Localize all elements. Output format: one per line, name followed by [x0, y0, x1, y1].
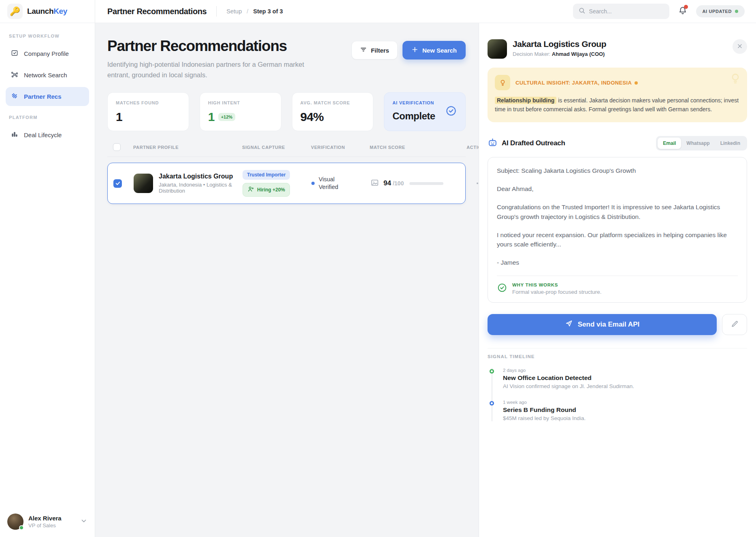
timeline-time: 2 days ago	[503, 368, 747, 373]
insight-body: Relationship building is essential. Jaka…	[495, 96, 740, 114]
topbar: Partner Recommendations Setup / Step 3 o…	[95, 0, 756, 23]
table-row[interactable]: Jakarta Logistics Group Jakarta, Indones…	[107, 163, 466, 204]
green-status-dot	[735, 10, 738, 13]
nav-section-setup-workflow: SETUP WORKFLOW	[6, 34, 89, 38]
chevron-down-icon	[80, 517, 87, 526]
stat-card-matches-found: MATCHES FOUND 1	[107, 92, 189, 131]
email-subject: Subject: Scaling Jakarta Logistics Group…	[497, 166, 738, 175]
pencil-icon	[731, 320, 739, 329]
panel-company-name: Jakarta Logistics Group	[513, 39, 606, 49]
stat-value: 1	[208, 110, 215, 124]
stat-value: 94%	[300, 110, 365, 124]
avatar	[7, 514, 23, 530]
why-this-works: WHY THIS WORKS Formal value-prop focused…	[497, 276, 738, 295]
search-icon	[578, 7, 586, 16]
nav-section-platform: PLATFORM	[6, 115, 89, 120]
sidebar-item-company-profile[interactable]: Company Profile	[6, 44, 89, 63]
why-body: Formal value-prop focused structure.	[512, 289, 602, 295]
stat-card-high-intent: HIGH INTENT 1 +12%	[200, 92, 281, 131]
sidebar-item-deal-lifecycle[interactable]: Deal Lifecycle	[6, 125, 89, 144]
insight-title: CULTURAL INSIGHT: JAKARTA, INDONESIA	[515, 80, 638, 86]
cultural-insight-card: CULTURAL INSIGHT: JAKARTA, INDONESIA Rel…	[488, 68, 747, 122]
sidebar-item-partner-recs[interactable]: Partner Recs	[6, 87, 89, 106]
timeline-item: 2 days ago New Office Location Detected …	[503, 368, 747, 400]
key-logo-icon: 🔑	[7, 4, 23, 19]
decision-maker-name: Ahmad Wijaya (COO)	[552, 51, 605, 57]
timeline-event-title: New Office Location Detected	[503, 374, 747, 382]
send-icon	[565, 319, 573, 329]
breadcrumb-separator: /	[247, 8, 248, 15]
timeline-title: SIGNAL TIMELINE	[488, 348, 747, 361]
email-paragraph: Congratulations on the Trusted Importer!…	[497, 202, 738, 221]
filters-button[interactable]: Filters	[351, 41, 398, 59]
select-all-checkbox[interactable]	[113, 143, 121, 151]
ai-updated-badge: AI UPDATED	[696, 5, 745, 17]
handshake-icon	[11, 92, 19, 101]
check-square-icon	[11, 49, 19, 58]
notifications-button[interactable]	[678, 6, 687, 17]
insight-title-text: CULTURAL INSIGHT: JAKARTA, INDONESIA	[515, 80, 632, 86]
sidebar-item-label: Network Search	[24, 72, 67, 79]
company-name: Jakarta Logistics Group	[159, 173, 243, 180]
trend-badge: +12%	[218, 113, 235, 121]
verified-dot	[311, 182, 315, 185]
table-header: PARTNER PROFILE SIGNAL CAPTURE VERIFICAT…	[107, 143, 466, 157]
row-checkbox[interactable]	[113, 179, 122, 188]
outreach-title: AI Drafted Outreach	[502, 139, 565, 147]
why-title: WHY THIS WORKS	[512, 282, 602, 287]
page-subtitle: Identifying high-potential Indonesian pa…	[107, 59, 328, 80]
match-score-bar	[409, 182, 443, 185]
new-search-button[interactable]: New Search	[402, 41, 466, 59]
column-header-verification: VERIFICATION	[311, 145, 370, 150]
stat-value: Complete	[392, 110, 435, 122]
trusted-importer-badge: Trusted Importer	[243, 170, 290, 180]
sidebar-item-label: Company Profile	[24, 50, 69, 57]
user-menu[interactable]: Alex Rivera VP of Sales	[0, 506, 95, 537]
tab-linkedin[interactable]: Linkedin	[715, 138, 745, 149]
lightbulb-icon	[495, 75, 510, 90]
detail-panel: Jakarta Logistics Group Decision Maker: …	[479, 23, 756, 537]
send-email-button[interactable]: Send via Email API	[488, 314, 717, 335]
user-name: Alex Rivera	[28, 515, 75, 522]
new-search-label: New Search	[422, 47, 457, 54]
person-plus-icon	[247, 186, 254, 194]
brand-name-primary: Launch	[27, 7, 53, 15]
sidebar: 🔑 LaunchKey SETUP WORKFLOW Company Profi…	[0, 0, 95, 537]
hiring-badge-label: Hiring +20%	[257, 187, 285, 193]
online-status-dot	[19, 525, 24, 530]
tab-whatsapp[interactable]: Whatsapp	[681, 138, 715, 149]
column-header-partner-profile: PARTNER PROFILE	[133, 145, 242, 150]
brand-name: LaunchKey	[27, 7, 67, 16]
company-logo	[488, 39, 507, 59]
insight-highlight: Relationship building	[495, 97, 556, 104]
timeline-marker-green	[490, 369, 494, 374]
network-icon	[11, 70, 19, 80]
email-paragraph: I noticed your recent expansion. Our pla…	[497, 230, 738, 249]
match-score-total: /100	[393, 180, 404, 187]
tab-email[interactable]: Email	[658, 138, 681, 149]
match-score-value: 94	[383, 179, 391, 187]
stats-row: MATCHES FOUND 1 HIGH INTENT 1 +12% AVG. …	[107, 92, 466, 131]
sidebar-item-network-search[interactable]: Network Search	[6, 66, 89, 85]
decision-maker-label: Decision Maker:	[513, 51, 550, 57]
orange-dot	[635, 81, 638, 85]
stat-label: HIGH INTENT	[208, 100, 273, 105]
email-signature: - James	[497, 258, 738, 267]
timeline-item: 1 week ago Series B Funding Round $45M r…	[503, 400, 747, 421]
stat-label: AI VERIFICATION	[392, 100, 435, 105]
robot-icon	[488, 137, 498, 149]
search-input[interactable]	[589, 8, 664, 15]
verified-seal-icon	[445, 105, 457, 119]
breadcrumb-section: Setup	[226, 8, 242, 15]
breadcrumb: Setup / Step 3 of 3	[226, 8, 283, 15]
breadcrumb-step: Step 3 of 3	[253, 8, 283, 15]
close-icon	[737, 43, 743, 51]
edit-draft-button[interactable]	[722, 314, 747, 335]
plus-icon	[411, 46, 418, 54]
search-bar	[573, 4, 669, 19]
channel-tabs: Email Whatsapp Linkedin	[656, 136, 747, 151]
email-draft-card: Subject: Scaling Jakarta Logistics Group…	[488, 157, 747, 303]
column-header-signal-capture: SIGNAL CAPTURE	[242, 145, 311, 150]
close-panel-button[interactable]	[733, 39, 747, 54]
timeline-event-desc: AI Vision confirmed signage on Jl. Jende…	[503, 383, 747, 389]
